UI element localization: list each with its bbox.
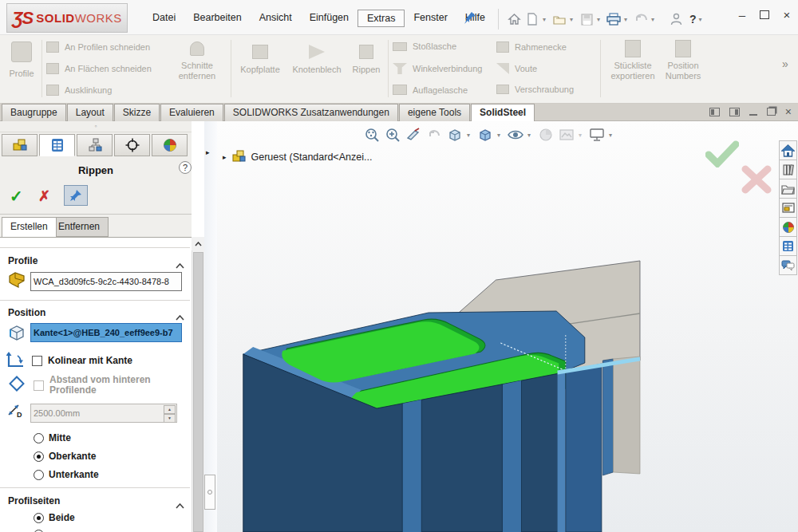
new-document-icon[interactable] (524, 11, 540, 27)
tab-featuremanager[interactable] (2, 134, 38, 156)
position-numbers-button[interactable]: Position Numbers (661, 40, 705, 81)
right-column-front-face[interactable] (566, 364, 602, 532)
spinner-down-button[interactable]: ▼ (164, 414, 176, 423)
window-close-button[interactable]: × (780, 8, 793, 22)
confirm-ok-corner-icon[interactable] (705, 140, 739, 171)
menu-ansicht[interactable]: Ansicht (251, 10, 301, 27)
radio-beide[interactable] (34, 513, 44, 523)
position-edge-field[interactable]: Kante<1>@HEB_240_eeff9ee9-b7 (30, 323, 182, 342)
menu-fenster[interactable]: Fenster (405, 10, 456, 27)
radio-oberkante[interactable] (34, 451, 44, 462)
profile-button[interactable]: Profile (5, 41, 38, 78)
window-minimize-button[interactable]: – (736, 8, 749, 22)
mode-tab-erstellen[interactable]: Erstellen (2, 217, 57, 237)
radio-unterkante[interactable] (34, 470, 44, 480)
tab-solidsteel[interactable]: SolidSteel (471, 104, 535, 122)
stosslasche-button[interactable]: Stoßlasche (393, 41, 456, 51)
tree-expand-arrow-icon[interactable]: ▸ (223, 153, 227, 161)
winkelverbindung-button[interactable]: Winkelverbindung (393, 63, 482, 74)
distance-value-field[interactable]: 2500.00mm ▲ ▼ (30, 404, 177, 423)
right-column-edge-face[interactable] (558, 372, 566, 532)
previous-window-icon[interactable] (709, 108, 720, 116)
ribbon-overflow-button[interactable]: » (782, 57, 788, 70)
apply-scene-icon[interactable] (558, 126, 575, 144)
tab-dimxpert[interactable] (114, 134, 150, 156)
zoom-to-area-icon[interactable] (384, 126, 401, 144)
forum-icon[interactable] (779, 255, 797, 275)
splitter-handle[interactable] (204, 475, 215, 510)
mode-tab-entfernen[interactable]: Entfernen (49, 217, 109, 237)
new-document-caret-icon[interactable]: ▾ (543, 16, 549, 23)
kopfplatte-button[interactable]: Kopfplatte (235, 45, 286, 74)
notch-button[interactable]: Ausklinkung (46, 85, 112, 96)
file-explorer-icon[interactable] (779, 179, 797, 199)
display-style-caret-icon[interactable]: ▾ (497, 132, 504, 139)
help-icon[interactable]: ? (689, 13, 697, 26)
tab-layout[interactable]: Layout (67, 104, 113, 121)
panel-collapse-strip[interactable]: ◦ (0, 121, 192, 132)
tab-skizze[interactable]: Skizze (114, 104, 160, 121)
print-icon[interactable] (606, 11, 622, 27)
profile-value-field[interactable]: WCA_d3d09fc5-9c2c-4430-8478-8 (30, 272, 182, 291)
tab-appearances[interactable] (152, 134, 188, 156)
view-settings-caret-icon[interactable]: ▾ (609, 132, 615, 139)
collapse-chevron-icon[interactable] (176, 258, 184, 272)
menu-einfuegen[interactable]: Einfügen (301, 10, 358, 27)
pm-ok-button[interactable]: ✓ (10, 187, 23, 206)
panel-flyout-arrow[interactable]: ▸ (206, 148, 210, 156)
tab-zusatzanwendungen[interactable]: SOLIDWORKS Zusatzanwendungen (224, 104, 398, 121)
cut-at-profiles-button[interactable]: An Profilen schneiden (46, 41, 150, 53)
auflagelasche-button[interactable]: Auflagelasche (393, 85, 468, 95)
help-caret-icon[interactable]: ▾ (699, 16, 705, 23)
view-palette-icon[interactable] (779, 198, 797, 218)
print-caret-icon[interactable]: ▾ (624, 16, 630, 23)
tree-node-label[interactable]: Geruest (Standard<Anzei... (251, 152, 373, 163)
collapse-chevron-icon[interactable] (176, 309, 184, 324)
rippen-button[interactable]: Rippen (348, 45, 385, 74)
edit-appearance-icon[interactable] (537, 126, 555, 144)
web-edge-face-left[interactable] (402, 400, 421, 532)
home-icon[interactable] (506, 11, 522, 27)
gray-beam-front-face[interactable] (613, 357, 639, 474)
view-orientation-icon[interactable] (446, 126, 464, 144)
verschraubung-button[interactable]: Verschraubung (496, 85, 574, 94)
window-maximize-button[interactable] (760, 10, 769, 19)
user-account-icon[interactable] (668, 11, 684, 27)
view-settings-icon[interactable] (588, 126, 606, 144)
spinner-up-button[interactable]: ▲ (164, 405, 176, 414)
pm-cancel-button[interactable]: ✗ (38, 187, 50, 205)
hide-show-items-icon[interactable] (507, 126, 524, 144)
document-restore-button[interactable] (767, 108, 776, 116)
remove-cuts-button[interactable]: Schnitte entfernen (168, 41, 227, 81)
document-minimize-button[interactable] (749, 114, 757, 116)
pm-pin-button[interactable] (64, 185, 88, 206)
tab-evaluieren[interactable]: Evaluieren (160, 104, 223, 121)
panel-splitter[interactable] (204, 121, 217, 532)
pm-help-button[interactable]: ? (179, 161, 192, 174)
distance-ref-checkbox[interactable] (34, 380, 44, 391)
hide-show-caret-icon[interactable]: ▾ (527, 132, 534, 139)
previous-view-icon[interactable] (425, 126, 443, 144)
home-taskpane-icon[interactable] (779, 140, 797, 160)
colinear-checkbox[interactable] (32, 356, 42, 366)
tab-configurationmanager[interactable] (77, 134, 113, 156)
menu-datei[interactable]: Datei (144, 10, 184, 27)
scrollbar-up-button[interactable] (192, 237, 204, 250)
design-library-icon[interactable] (779, 160, 797, 179)
view-orientation-caret-icon[interactable]: ▾ (467, 132, 473, 139)
next-window-icon[interactable] (729, 108, 740, 116)
section-view-icon[interactable] (405, 126, 422, 144)
document-close-button[interactable]: × (785, 105, 792, 118)
save-caret-icon[interactable]: ▾ (597, 16, 603, 23)
menu-bearbeiten[interactable]: Bearbeiten (184, 10, 250, 27)
tab-propertymanager[interactable] (39, 134, 75, 156)
confirm-cancel-corner-icon[interactable] (741, 164, 772, 198)
display-style-icon[interactable] (476, 126, 494, 144)
custom-properties-icon[interactable] (779, 236, 797, 256)
apply-scene-caret-icon[interactable]: ▾ (579, 132, 585, 139)
graphics-viewport[interactable]: ▾ ▾ ▾ ▾ ▾ ▸ Geruest (Standard<Anzei... (217, 121, 798, 532)
menu-extras[interactable]: Extras (358, 10, 405, 27)
pin-menu-icon[interactable] (463, 10, 477, 28)
tab-eigene-tools[interactable]: eigene Tools (399, 104, 470, 121)
save-icon[interactable] (579, 11, 595, 27)
